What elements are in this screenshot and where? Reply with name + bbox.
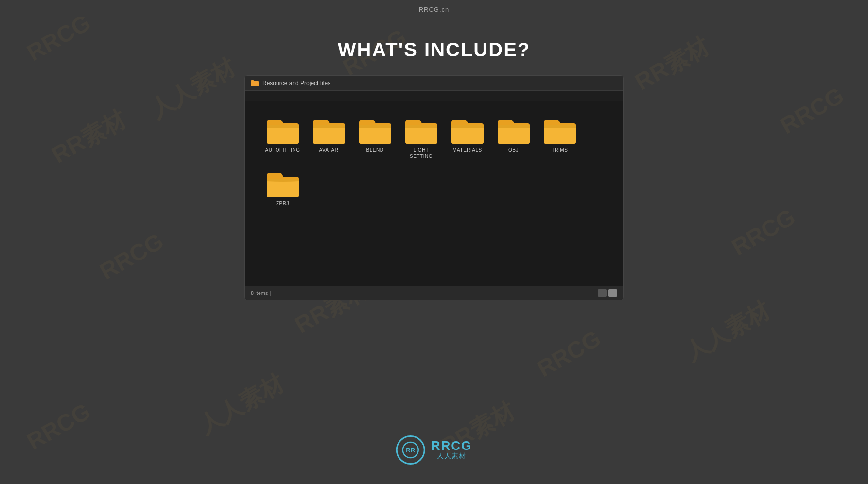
folder-icon xyxy=(497,116,531,144)
folder-breadcrumb-icon xyxy=(251,80,259,86)
file-browser: Resource and Project files AUTOFITTING xyxy=(244,75,624,300)
folder-icon xyxy=(404,116,438,144)
browser-separator xyxy=(245,91,623,91)
folder-item-zprj[interactable]: ZPRJ xyxy=(264,169,301,207)
folder-item-blend[interactable]: BLEND xyxy=(357,116,393,159)
folder-label: LIGHT SETTING xyxy=(403,147,439,159)
view-icons xyxy=(598,289,617,297)
top-domain: RRCG.cn xyxy=(419,6,450,13)
logo-circle: RR xyxy=(396,435,425,465)
folder-label: AUTOFITTING xyxy=(265,147,300,153)
folder-item-trims[interactable]: TRIMS xyxy=(541,116,578,159)
grid-view-button[interactable] xyxy=(608,289,617,297)
logo-svg: RR xyxy=(402,441,419,459)
folder-icon xyxy=(358,116,392,144)
folder-label: AVATAR xyxy=(319,147,338,153)
folder-label: ZPRJ xyxy=(276,200,289,207)
logo-text-group: RRCG 人人素材 xyxy=(431,439,472,461)
folder-label: MATERIALS xyxy=(452,147,482,153)
page-title: WHAT'S INCLUDE? xyxy=(338,39,531,61)
folder-icon xyxy=(266,116,300,144)
folder-icon xyxy=(266,169,300,197)
folder-item-autofitting[interactable]: AUTOFITTING xyxy=(264,116,301,159)
folder-label: BLEND xyxy=(366,147,384,153)
folder-item-light-setting[interactable]: LIGHT SETTING xyxy=(403,116,439,159)
browser-content: AUTOFITTING AVATAR BLEND xyxy=(245,101,623,286)
folder-icon xyxy=(451,116,485,144)
folder-item-obj[interactable]: OBJ xyxy=(495,116,532,159)
folder-item-avatar[interactable]: AVATAR xyxy=(311,116,347,159)
browser-topbar: Resource and Project files xyxy=(245,76,623,91)
svg-text:RR: RR xyxy=(406,447,415,454)
folder-icon xyxy=(543,116,577,144)
folder-label: TRIMS xyxy=(552,147,568,153)
folder-item-materials[interactable]: MATERIALS xyxy=(449,116,486,159)
main-content: WHAT'S INCLUDE? Resource and Project fil… xyxy=(0,0,868,484)
bottom-logo: RR RRCG 人人素材 xyxy=(396,435,472,465)
logo-text-cn: 人人素材 xyxy=(431,452,472,461)
folder-label: OBJ xyxy=(508,147,519,153)
list-view-button[interactable] xyxy=(598,289,607,297)
breadcrumb-label: Resource and Project files xyxy=(262,80,330,86)
folders-grid: AUTOFITTING AVATAR BLEND xyxy=(255,111,613,211)
folder-icon xyxy=(312,116,346,144)
browser-statusbar: 8 items | xyxy=(245,286,623,300)
logo-text-rrcg: RRCG xyxy=(431,439,472,452)
status-text: 8 items | xyxy=(251,290,271,296)
